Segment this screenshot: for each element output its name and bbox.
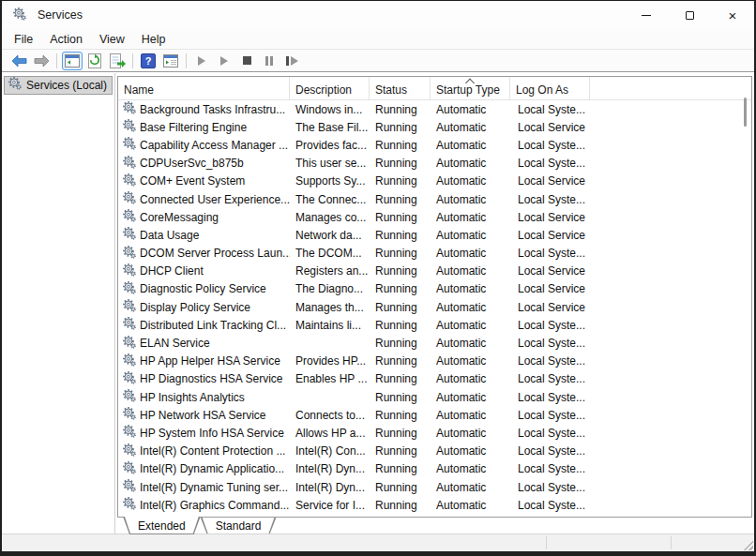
help-button[interactable]: ?	[138, 52, 159, 70]
service-row[interactable]: CoreMessaging Manages co... Running Auto…	[118, 208, 751, 226]
service-name-cell: Distributed Link Tracking Cl...	[118, 317, 290, 333]
service-row[interactable]: Background Tasks Infrastru... Windows in…	[118, 100, 751, 118]
menu-help[interactable]: Help	[133, 31, 174, 48]
service-status-cell: Running	[370, 229, 431, 242]
service-description-cell: Windows in...	[290, 103, 370, 116]
column-header-name[interactable]: Name	[118, 77, 290, 100]
statusbar-divider	[671, 536, 672, 549]
service-row[interactable]: HP System Info HSA Service Allows HP a..…	[118, 424, 751, 442]
content-area: Services (Local) Name Description Status…	[2, 73, 754, 533]
service-logon-cell: Local Syste...	[510, 337, 604, 350]
service-description-cell: Enables HP ...	[290, 372, 370, 385]
restart-service-button[interactable]	[281, 52, 302, 70]
toolbar: ?	[2, 50, 754, 72]
service-status-cell: Running	[370, 211, 431, 224]
service-row[interactable]: DHCP Client Registers an... Running Auto…	[118, 263, 751, 280]
maximize-button[interactable]	[668, 1, 711, 29]
back-button[interactable]	[8, 52, 29, 70]
vertical-scrollbar[interactable]	[744, 98, 747, 127]
column-header-status[interactable]: Status	[370, 77, 431, 100]
service-row[interactable]: Diagnostic Policy Service The Diagno... …	[118, 280, 751, 298]
service-row[interactable]: Data Usage Network da... Running Automat…	[118, 226, 751, 244]
service-row[interactable]: HP Diagnostics HSA Service Enables HP ..…	[118, 370, 751, 388]
service-description-cell: Manages th...	[290, 301, 370, 314]
service-startup-type-cell: Automatic	[431, 499, 510, 512]
column-header-description[interactable]: Description	[290, 77, 370, 100]
service-row[interactable]: Base Filtering Engine The Base Fil... Ru…	[118, 118, 751, 136]
title-bar[interactable]: Services ×	[2, 1, 754, 29]
service-row[interactable]: Capability Access Manager ... Provides f…	[118, 136, 751, 154]
service-row[interactable]: Display Policy Service Manages th... Run…	[118, 298, 751, 316]
service-row[interactable]: Connected User Experience... The Connec.…	[118, 190, 751, 208]
svg-text:?: ?	[145, 55, 152, 67]
window-title: Services	[38, 8, 83, 22]
service-row[interactable]: HP Insights Analytics Running Automatic …	[118, 388, 751, 406]
resize-grip[interactable]	[743, 540, 753, 550]
service-description-cell: The Diagno...	[290, 282, 370, 295]
tab-extended[interactable]: Extended	[123, 517, 201, 534]
service-row[interactable]: Distributed Link Tracking Cl... Maintain…	[118, 316, 751, 334]
service-row[interactable]: ELAN Service Running Automatic Local Sys…	[118, 334, 751, 352]
console-tree-icon	[65, 54, 80, 68]
menu-view[interactable]: View	[91, 31, 133, 48]
service-name-cell: HP Insights Analytics	[118, 389, 290, 405]
tree-item-services-local[interactable]: Services (Local)	[4, 76, 113, 95]
show-console-tree-button[interactable]	[62, 52, 83, 70]
service-gear-icon	[13, 8, 26, 21]
service-row[interactable]: HP Network HSA Service Connects to... Ru…	[118, 406, 751, 424]
menu-action[interactable]: Action	[41, 31, 91, 48]
service-row[interactable]: COM+ Event System Supports Sy... Running…	[118, 173, 751, 190]
pause-service-button[interactable]	[259, 52, 280, 70]
resume-service-button[interactable]	[214, 52, 234, 70]
service-description-cell: The Connec...	[290, 193, 370, 206]
service-startup-type-cell: Automatic	[431, 301, 510, 314]
service-description-cell: Manages co...	[290, 211, 370, 224]
service-gear-icon	[8, 77, 22, 90]
column-header-log-on-as[interactable]: Log On As	[510, 77, 590, 100]
close-button[interactable]: ×	[711, 1, 754, 29]
service-description-cell: Registers an...	[290, 264, 370, 278]
service-status-cell: Running	[370, 193, 431, 206]
service-row[interactable]: Intel(R) Dynamic Tuning ser... Intel(R) …	[118, 478, 751, 496]
service-row[interactable]: Intel(R) Dynamic Applicatio... Intel(R) …	[118, 460, 751, 478]
menu-file[interactable]: File	[6, 31, 41, 48]
tab-standard[interactable]: Standard	[201, 518, 277, 534]
service-row[interactable]: DCOM Server Process Laun... The DCOM... …	[118, 245, 751, 263]
service-description-cell: Provides fac...	[290, 139, 370, 152]
service-gear-icon	[123, 299, 136, 312]
service-name-cell: HP App Helper HSA Service	[118, 353, 290, 369]
column-header-startup-type[interactable]: Startup Type	[431, 77, 510, 100]
service-name-cell: Connected User Experience...	[118, 191, 290, 207]
export-list-button[interactable]	[107, 52, 128, 70]
service-row[interactable]: HP App Helper HSA Service Provides HP...…	[118, 353, 751, 370]
service-startup-type-cell: Automatic	[431, 372, 510, 385]
service-startup-type-cell: Automatic	[431, 121, 510, 134]
minimize-button[interactable]	[625, 1, 668, 29]
stop-service-button[interactable]	[236, 52, 257, 70]
service-rows: Background Tasks Infrastru... Windows in…	[118, 100, 751, 517]
service-name-cell: Intel(R) Graphics Command...	[118, 497, 290, 513]
service-startup-type-cell: Automatic	[431, 409, 510, 422]
service-row[interactable]: Intel(R) Content Protection ... Intel(R)…	[118, 443, 751, 460]
app-gear-icon	[13, 8, 28, 23]
service-row[interactable]: Intel(R) Graphics Command... Service for…	[118, 496, 751, 514]
window-frame: Services × File Action View Help	[0, 0, 756, 556]
service-gear-icon	[123, 317, 136, 330]
service-startup-type-cell: Automatic	[431, 211, 510, 224]
view-tabs: Extended Standard	[117, 518, 752, 534]
service-row[interactable]: CDPUserSvc_b875b This user se... Running…	[118, 155, 751, 173]
start-service-button[interactable]	[191, 52, 212, 70]
service-gear-icon	[123, 389, 136, 402]
service-description-cell: Supports Sy...	[290, 174, 370, 188]
services-list-pane: Name Description Status Startup Type Log…	[116, 73, 754, 533]
partial-service-row[interactable]	[118, 514, 751, 517]
tree-item-label: Services (Local)	[26, 79, 107, 92]
service-description-cell: The DCOM...	[290, 247, 370, 260]
tree-gear-icon	[8, 77, 22, 94]
forward-button[interactable]	[31, 52, 52, 70]
show-action-pane-button[interactable]	[160, 52, 181, 70]
service-startup-type-cell: Automatic	[431, 282, 510, 295]
service-logon-cell: Local Syste...	[510, 499, 604, 512]
service-startup-type-cell: Automatic	[431, 174, 510, 188]
refresh-button[interactable]	[84, 52, 105, 70]
